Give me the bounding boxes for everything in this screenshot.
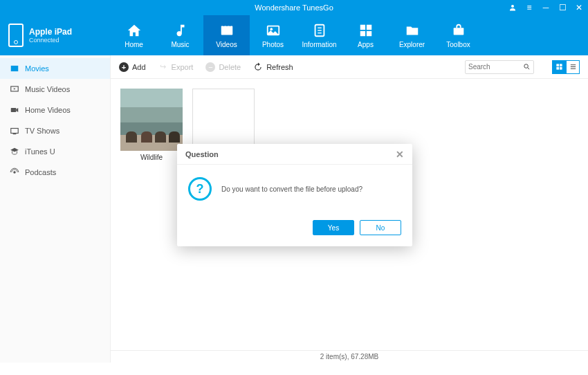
search-icon <box>523 63 531 71</box>
app-title: Wondershare TunesGo <box>255 3 333 12</box>
svg-point-6 <box>270 28 273 30</box>
sidebar-item-home-videos[interactable]: Home Videos <box>0 100 110 120</box>
svg-rect-27 <box>559 67 562 70</box>
export-button: ↪Export <box>158 62 194 72</box>
video-label: Wildlife <box>140 154 163 161</box>
video-thumbnail-image <box>120 89 183 151</box>
device-icon <box>8 24 24 47</box>
sidebar-item-itunes-u[interactable]: iTunes U <box>0 141 110 162</box>
export-icon: ↪ <box>158 62 168 72</box>
tab-photos[interactable]: Photos <box>250 15 296 55</box>
svg-rect-2 <box>223 24 224 26</box>
sidebar-item-music-videos[interactable]: Music Videos <box>0 79 110 100</box>
video-thumbnail-empty <box>192 89 255 151</box>
svg-point-0 <box>511 5 514 8</box>
device-panel[interactable]: Apple iPad Connected <box>0 15 111 55</box>
maximize-icon[interactable]: ☐ <box>558 3 567 12</box>
svg-rect-15 <box>453 28 463 35</box>
svg-rect-19 <box>11 129 19 134</box>
refresh-icon <box>253 62 263 72</box>
statusbar: 2 item(s), 67.28MB <box>111 350 588 363</box>
yes-button[interactable]: Yes <box>313 220 354 235</box>
add-button[interactable]: +Add <box>119 62 146 72</box>
tab-home[interactable]: Home <box>111 15 157 55</box>
tab-videos[interactable]: Videos <box>203 15 250 55</box>
search-box[interactable] <box>465 60 534 74</box>
delete-button: −Delete <box>205 62 241 72</box>
svg-rect-11 <box>360 24 365 29</box>
user-icon[interactable] <box>508 3 517 12</box>
dialog-title: Question <box>185 150 219 158</box>
grid-view-button[interactable] <box>552 60 566 74</box>
grid-icon <box>555 63 563 71</box>
question-icon: ? <box>188 177 212 201</box>
tab-information[interactable]: Information <box>296 15 342 55</box>
sidebar-item-tv-shows[interactable]: TV Shows <box>0 120 110 141</box>
svg-rect-18 <box>11 108 17 112</box>
device-status: Connected <box>29 37 72 44</box>
svg-rect-3 <box>226 24 228 26</box>
sidebar-item-podcasts[interactable]: Podcasts <box>0 162 110 183</box>
svg-rect-25 <box>559 64 562 66</box>
refresh-button[interactable]: Refresh <box>253 62 293 72</box>
titlebar: Wondershare TunesGo ≡ ─ ☐ ✕ <box>0 0 588 15</box>
tab-music[interactable]: Music <box>157 15 203 55</box>
close-icon[interactable]: ✕ <box>574 3 584 12</box>
video-thumb[interactable]: Wildlife <box>120 89 183 161</box>
svg-rect-12 <box>366 24 371 29</box>
svg-rect-13 <box>360 30 365 35</box>
svg-line-23 <box>528 68 529 69</box>
video-thumb-empty[interactable] <box>192 89 255 151</box>
svg-rect-24 <box>556 64 559 66</box>
tab-apps[interactable]: Apps <box>342 15 389 55</box>
list-icon <box>569 63 577 71</box>
sidebar: Movies Music Videos Home Videos TV Shows… <box>0 55 111 363</box>
no-button[interactable]: No <box>360 220 401 235</box>
list-view-button[interactable] <box>566 60 580 74</box>
tab-explorer[interactable]: Explorer <box>389 15 435 55</box>
tab-toolbox[interactable]: Toolbox <box>435 15 481 55</box>
svg-rect-16 <box>11 66 19 71</box>
main-tabs: Home Music Videos Photos Information App… <box>111 15 588 55</box>
minimize-icon[interactable]: ─ <box>541 3 551 12</box>
svg-point-22 <box>524 64 529 68</box>
question-dialog: Question ✕ ? Do you want to convert the … <box>177 144 412 246</box>
sidebar-item-movies[interactable]: Movies <box>0 58 110 79</box>
svg-rect-14 <box>366 30 371 35</box>
toolbar: +Add ↪Export −Delete Refresh <box>111 55 588 79</box>
svg-rect-4 <box>229 24 230 26</box>
svg-point-21 <box>13 171 16 174</box>
plus-icon: + <box>119 62 129 72</box>
header: Apple iPad Connected Home Music Videos P… <box>0 15 588 55</box>
dialog-close-icon[interactable]: ✕ <box>396 149 404 160</box>
dialog-message: Do you want to convert the file before u… <box>221 185 362 193</box>
device-name: Apple iPad <box>29 27 72 37</box>
svg-rect-26 <box>556 67 559 70</box>
menu-icon[interactable]: ≡ <box>524 3 534 12</box>
minus-icon: − <box>205 62 215 72</box>
search-input[interactable] <box>468 63 523 71</box>
svg-rect-1 <box>221 26 232 35</box>
